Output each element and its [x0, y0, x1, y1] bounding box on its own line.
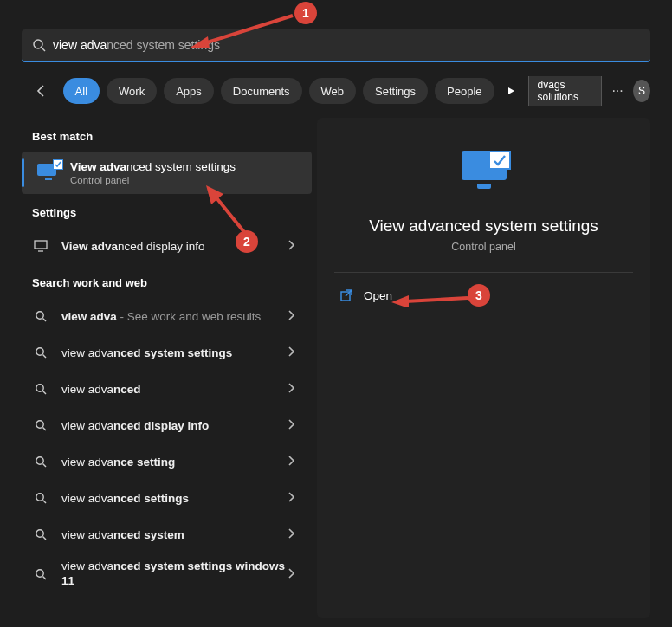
svg-line-16 — [43, 501, 47, 504]
chevron-right-icon — [288, 566, 301, 582]
section-settings-label: Settings — [22, 194, 312, 228]
search-suggestion-row[interactable]: view advanced — [22, 371, 312, 407]
search-icon — [32, 492, 49, 504]
search-icon — [32, 419, 49, 431]
svg-point-19 — [36, 570, 43, 577]
svg-line-10 — [43, 391, 47, 395]
svg-point-7 — [36, 348, 43, 355]
search-suggestion-row[interactable]: view advanced settings — [22, 480, 312, 516]
section-work-web-label: Search work and web — [22, 264, 312, 298]
open-action[interactable]: Open — [317, 280, 650, 311]
search-suggestion-row[interactable]: view advanced system settings windows 11 — [22, 553, 312, 596]
search-suggestion-row[interactable]: view adva - See work and web results — [22, 298, 312, 334]
chevron-right-icon — [288, 381, 301, 397]
selection-indicator — [22, 158, 24, 187]
settings-result-text: View advanced display info — [61, 240, 288, 253]
svg-line-8 — [43, 355, 47, 359]
callout-1: 1 — [294, 2, 317, 24]
svg-point-13 — [36, 457, 43, 464]
svg-point-15 — [36, 494, 43, 501]
results-left-panel: Best match View advanced system settings… — [22, 118, 312, 618]
filter-more-button[interactable] — [501, 78, 521, 104]
display-icon — [32, 240, 49, 252]
svg-line-14 — [43, 464, 47, 468]
details-app-icon — [457, 151, 511, 201]
search-suggestion-text: view advanced system settings — [61, 346, 288, 359]
svg-line-18 — [43, 537, 47, 540]
search-icon — [32, 568, 49, 580]
filter-tab-all[interactable]: All — [63, 78, 100, 104]
search-suggestion-row[interactable]: view advanced display info — [22, 407, 312, 443]
filter-tab-documents[interactable]: Documents — [221, 78, 302, 104]
svg-point-11 — [36, 421, 43, 428]
org-chip[interactable]: dvags solutions — [528, 76, 603, 106]
filter-tab-apps[interactable]: Apps — [164, 78, 214, 104]
monitor-settings-icon — [37, 164, 60, 183]
svg-line-6 — [43, 319, 47, 322]
svg-line-20 — [43, 577, 47, 580]
svg-line-1 — [42, 48, 45, 51]
search-icon — [32, 528, 49, 540]
filter-tab-work[interactable]: Work — [107, 78, 157, 104]
play-right-icon — [506, 86, 516, 96]
search-icon — [32, 346, 49, 359]
open-external-icon — [339, 288, 353, 302]
details-title: View advanced system settings — [317, 217, 650, 236]
svg-point-5 — [36, 312, 43, 319]
best-match-title: View advanced system settings — [70, 160, 236, 173]
chevron-right-icon — [288, 490, 301, 506]
search-suggestion-text: view advanced display info — [61, 419, 288, 432]
best-match-result[interactable]: View advanced system settings Control pa… — [22, 152, 312, 194]
search-bar[interactable]: view advanced system settings — [22, 29, 650, 62]
arrow-left-icon — [34, 83, 49, 99]
chevron-right-icon — [288, 345, 301, 360]
more-options-button[interactable]: ··· — [609, 83, 626, 99]
svg-rect-3 — [35, 241, 47, 249]
best-match-subtitle: Control panel — [70, 175, 236, 185]
chevron-right-icon — [288, 454, 301, 469]
search-suggestion-text: view advanced settings — [61, 492, 288, 505]
svg-point-9 — [36, 385, 43, 391]
details-subtitle: Control panel — [317, 241, 650, 253]
chevron-right-icon — [288, 527, 301, 542]
search-suggestion-text: view advanced system settings windows 11 — [61, 559, 288, 589]
search-icon — [32, 456, 49, 468]
avatar[interactable]: S — [633, 80, 650, 102]
settings-result-row[interactable]: View advanced display info — [22, 228, 312, 264]
chevron-right-icon — [288, 417, 301, 433]
chevron-right-icon — [288, 238, 301, 254]
svg-marker-2 — [508, 87, 514, 94]
back-button[interactable] — [31, 77, 53, 105]
search-suggestion-text: view advance setting — [61, 456, 288, 469]
details-panel: View advanced system settings Control pa… — [317, 118, 650, 618]
filter-tab-web[interactable]: Web — [309, 78, 357, 104]
filter-tab-settings[interactable]: Settings — [363, 78, 428, 104]
search-suggestion-text: view advanced system — [61, 528, 288, 541]
search-icon — [32, 310, 49, 322]
section-best-match-label: Best match — [22, 118, 312, 152]
search-icon — [32, 383, 49, 395]
search-icon — [32, 38, 46, 52]
search-suggestion-text: view advanced — [61, 383, 288, 396]
divider — [334, 272, 633, 273]
filter-row: All Work Apps Documents Web Settings Peo… — [31, 76, 650, 106]
open-action-label: Open — [364, 289, 392, 302]
search-suggestion-row[interactable]: view advance setting — [22, 443, 312, 480]
svg-point-0 — [34, 40, 42, 48]
search-suggestion-row[interactable]: view advanced system — [22, 516, 312, 553]
filter-tab-people[interactable]: People — [435, 78, 494, 104]
svg-line-12 — [43, 428, 47, 431]
search-suggestion-text: view adva - See work and web results — [61, 310, 288, 323]
svg-point-17 — [36, 530, 43, 537]
chevron-right-icon — [288, 308, 301, 324]
search-suggestion-row[interactable]: view advanced system settings — [22, 334, 312, 371]
search-input-text: view advanced system settings — [53, 38, 220, 52]
